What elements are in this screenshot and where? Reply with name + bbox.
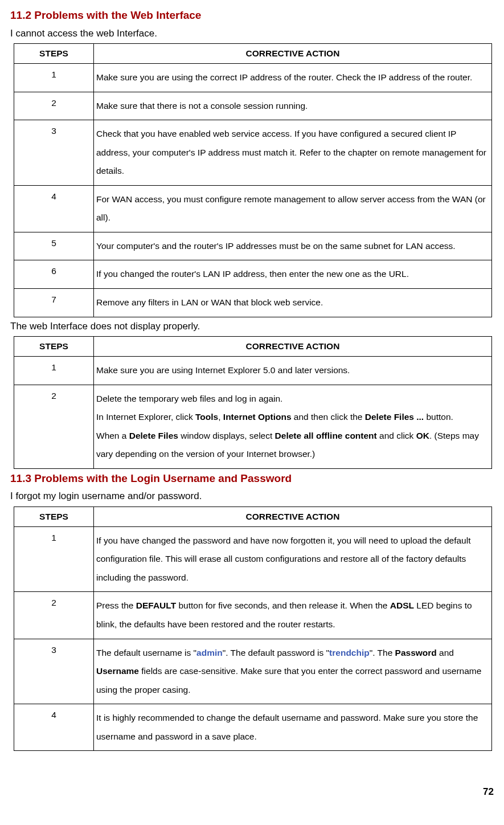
step-num: 3 <box>14 639 94 704</box>
th-steps: STEPS <box>14 507 94 527</box>
step-num: 2 <box>14 385 94 468</box>
step-action: If you changed the router's LAN IP addre… <box>94 260 492 289</box>
th-action: CORRECTIVE ACTION <box>94 507 492 527</box>
step-num: 7 <box>14 289 94 317</box>
table-row: 7Remove any filters in LAN or WAN that b… <box>14 289 492 317</box>
step-action: Your computer's and the router's IP addr… <box>94 232 492 260</box>
step-num: 6 <box>14 260 94 289</box>
table-row: 1 If you have changed the password and h… <box>14 526 492 592</box>
bold-password: Password <box>395 648 437 657</box>
text: In Internet Explorer, click <box>96 412 195 422</box>
step-num: 1 <box>14 526 94 592</box>
step-num: 4 <box>14 185 94 232</box>
bold-tools: Tools <box>195 412 218 422</box>
text: , <box>218 412 223 422</box>
step-action: Make sure you are using Internet Explore… <box>94 357 492 385</box>
step-action: Delete the temporary web files and log i… <box>94 385 492 468</box>
table-row: 3 The default username is "admin". The d… <box>14 639 492 704</box>
step-num: 5 <box>14 232 94 260</box>
step-action: Remove any filters in LAN or WAN that bl… <box>94 289 492 317</box>
table-row: 4For WAN access, you must configure remo… <box>14 185 492 232</box>
th-steps: STEPS <box>14 44 94 64</box>
table-row: 2 Delete the temporary web files and log… <box>14 385 492 468</box>
text: When a <box>96 431 129 440</box>
intro-display-properly: The web Interface does not display prope… <box>10 320 494 333</box>
text: and click <box>377 431 416 440</box>
table-row: 4 It is highly recommended to change the… <box>14 704 492 751</box>
step-num: 3 <box>14 120 94 186</box>
section-11-2-heading: 11.2 Problems with the Web Interface <box>10 8 494 23</box>
table-row: 6If you changed the router's LAN IP addr… <box>14 260 492 289</box>
th-action: CORRECTIVE ACTION <box>94 337 492 357</box>
step-num: 2 <box>14 592 94 639</box>
bold-delete-files-window: Delete Files <box>129 431 178 440</box>
cred-trendchip: trendchip <box>329 648 370 657</box>
bold-delete-files: Delete Files ... <box>365 412 424 422</box>
bold-default: DEFAULT <box>136 601 176 610</box>
table-header-row: STEPS CORRECTIVE ACTION <box>14 337 492 357</box>
table-row: 1Make sure you are using the correct IP … <box>14 64 492 92</box>
table-row: 3Check that you have enabled web service… <box>14 120 492 186</box>
bold-internet-options: Internet Options <box>223 412 292 422</box>
bold-delete-all-offline: Delete all offline content <box>275 431 377 440</box>
step-action: Make sure that there is not a console se… <box>94 92 492 120</box>
text: button for five seconds, and then releas… <box>176 601 390 610</box>
text: button. <box>424 412 453 422</box>
cred-admin: admin <box>196 648 223 657</box>
bold-adsl: ADSL <box>390 601 414 610</box>
page-number: 72 <box>10 785 494 799</box>
th-steps: STEPS <box>14 337 94 357</box>
step-action: For WAN access, you must configure remot… <box>94 185 492 232</box>
table-header-row: STEPS CORRECTIVE ACTION <box>14 507 492 527</box>
intro-cannot-access: I cannot access the web Interface. <box>10 27 494 40</box>
step-action: It is highly recommended to change the d… <box>94 704 492 751</box>
intro-forgot-login: I forgot my login username and/or passwo… <box>10 489 494 503</box>
step-num: 2 <box>14 92 94 120</box>
text: Delete the temporary web files and log i… <box>96 394 282 403</box>
section-11-3-heading: 11.3 Problems with the Login Username an… <box>10 471 494 487</box>
text: and <box>437 648 454 657</box>
bold-username: Username <box>96 666 139 676</box>
text: fields are case-sensitive. Make sure tha… <box>96 666 481 695</box>
text: ". The default password is " <box>223 648 329 657</box>
table-web-interface-access: STEPS CORRECTIVE ACTION 1Make sure you a… <box>14 43 492 317</box>
bold-ok: OK <box>416 431 429 440</box>
text: ". The <box>370 648 395 657</box>
text: and then click the <box>292 412 365 422</box>
text: Press the <box>96 601 136 610</box>
step-num: 1 <box>14 64 94 92</box>
table-row: 1 Make sure you are using Internet Explo… <box>14 357 492 385</box>
step-num: 4 <box>14 704 94 751</box>
table-row: 2 Press the DEFAULT button for five seco… <box>14 592 492 639</box>
table-header-row: STEPS CORRECTIVE ACTION <box>14 44 492 64</box>
step-action: Press the DEFAULT button for five second… <box>94 592 492 639</box>
step-num: 1 <box>14 357 94 385</box>
table-row: 2Make sure that there is not a console s… <box>14 92 492 120</box>
text: The default username is " <box>96 648 196 657</box>
text: window displays, select <box>178 431 275 440</box>
table-web-interface-display: STEPS CORRECTIVE ACTION 1 Make sure you … <box>14 336 492 468</box>
step-action: Check that you have enabled web service … <box>94 120 492 186</box>
step-action: Make sure you are using the correct IP a… <box>94 64 492 92</box>
table-login-password: STEPS CORRECTIVE ACTION 1 If you have ch… <box>14 507 492 751</box>
th-action: CORRECTIVE ACTION <box>94 44 492 64</box>
table-row: 5Your computer's and the router's IP add… <box>14 232 492 260</box>
step-action: If you have changed the password and hav… <box>94 526 492 592</box>
step-action: The default username is "admin". The def… <box>94 639 492 704</box>
